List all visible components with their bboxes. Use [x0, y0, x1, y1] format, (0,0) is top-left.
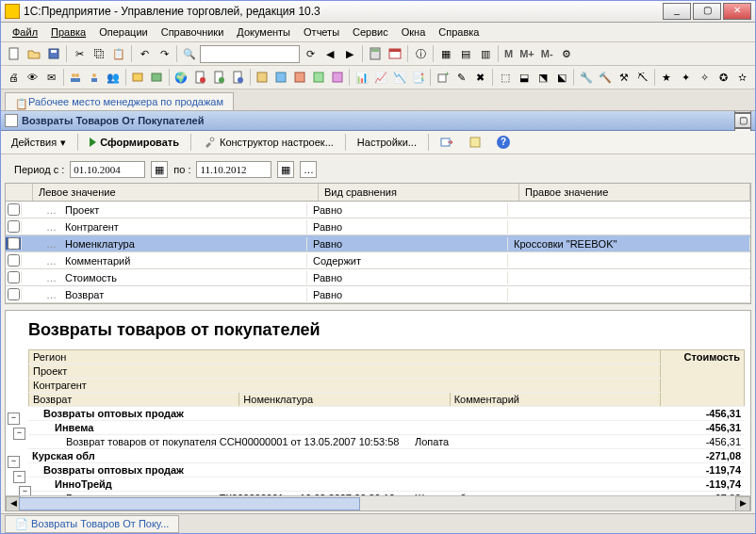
undo-icon[interactable]: ↶: [135, 44, 154, 63]
actions-dropdown[interactable]: Действия ▾: [5, 134, 73, 152]
doc-max-button[interactable]: ▢: [734, 113, 751, 128]
filter-left[interactable]: …Номенклатура: [22, 237, 307, 251]
report-icon-3[interactable]: 📉: [390, 68, 408, 87]
user-icon[interactable]: [86, 68, 104, 87]
filter-right[interactable]: [508, 209, 750, 211]
date-from-picker[interactable]: ▦: [151, 161, 168, 178]
restore-button[interactable]: [462, 133, 488, 152]
maximize-button[interactable]: ▢: [693, 3, 721, 20]
date-to-picker[interactable]: ▦: [277, 161, 294, 178]
menu-windows[interactable]: Окна: [396, 24, 432, 40]
report-row[interactable]: Инвема-456,31: [28, 421, 745, 435]
filter-header-right[interactable]: Правое значение: [519, 184, 750, 201]
report-icon-2[interactable]: 📈: [371, 68, 389, 87]
search-input[interactable]: [200, 45, 300, 63]
filter-right[interactable]: Кроссовки "REEBOK": [508, 237, 750, 251]
extra-icon-5[interactable]: ✫: [733, 68, 751, 87]
filter-checkbox[interactable]: [6, 220, 22, 233]
search-go-icon[interactable]: ⟳: [301, 44, 320, 63]
filter-checkbox[interactable]: [6, 203, 22, 216]
menu-file[interactable]: Файл: [7, 24, 43, 40]
add-icon[interactable]: +: [434, 68, 452, 87]
new-icon[interactable]: [5, 44, 24, 63]
preview-icon[interactable]: 👁: [24, 68, 41, 87]
filter-checkbox[interactable]: [6, 288, 22, 300]
extra-icon-2[interactable]: ✦: [677, 68, 695, 87]
cut-icon[interactable]: ✂: [70, 44, 89, 63]
filter-cmp[interactable]: Равно: [307, 220, 508, 234]
menu-service[interactable]: Сервис: [347, 24, 394, 40]
paste-icon[interactable]: 📋: [109, 44, 128, 63]
report-row[interactable]: Возвраты оптовых продаж-456,31: [28, 407, 745, 421]
form-icon[interactable]: ▤: [456, 44, 475, 63]
tool-icon-4[interactable]: ⛏: [633, 68, 651, 87]
calc-icon[interactable]: [366, 44, 385, 63]
extra-icon-3[interactable]: ✧: [696, 68, 714, 87]
earth-icon[interactable]: 🌍: [173, 68, 190, 87]
action-icon-5[interactable]: [329, 68, 347, 87]
gear-icon[interactable]: ⚙: [557, 44, 576, 63]
m-plus-button[interactable]: M+: [517, 48, 537, 59]
export-button[interactable]: [434, 133, 460, 152]
filter-row[interactable]: …КомментарийСодержит: [6, 252, 750, 269]
search-fwd-icon[interactable]: ▶: [340, 44, 359, 63]
report-row[interactable]: ИнноТрейд-119,74: [28, 477, 745, 492]
filter-right[interactable]: [508, 226, 750, 228]
extra-icon-1[interactable]: ★: [658, 68, 676, 87]
filter-row[interactable]: …ПроектРавно: [6, 202, 750, 218]
action-icon-2[interactable]: [272, 68, 290, 87]
scroll-thumb[interactable]: [19, 497, 360, 510]
report-icon-1[interactable]: 📊: [353, 68, 370, 87]
filter-right[interactable]: [508, 260, 750, 262]
tree-collapse-5[interactable]: −: [19, 486, 31, 495]
action-icon-1[interactable]: [254, 68, 271, 87]
menu-documents[interactable]: Документы: [231, 24, 296, 40]
filter-row[interactable]: …СтоимостьРавно: [6, 269, 750, 286]
yellow-folder-icon[interactable]: [129, 68, 147, 87]
open-icon[interactable]: [25, 44, 43, 63]
report-row[interactable]: Курская обл-271,08: [28, 449, 745, 463]
m-button[interactable]: M: [501, 48, 516, 59]
group-icon[interactable]: 👥: [105, 68, 123, 87]
menu-references[interactable]: Справочники: [156, 24, 230, 40]
filter-checkbox[interactable]: [6, 254, 22, 267]
filter-cmp[interactable]: Содержит: [307, 254, 508, 267]
grid-icon[interactable]: ▦: [436, 44, 455, 63]
filter-left[interactable]: …Комментарий: [22, 254, 307, 267]
filter-left[interactable]: …Контрагент: [22, 220, 307, 234]
tree-collapse-1[interactable]: −: [8, 413, 20, 425]
misc-icon-1[interactable]: ⬚: [496, 68, 514, 87]
m-minus-button[interactable]: M-: [538, 48, 556, 59]
misc-icon-3[interactable]: ⬔: [534, 68, 551, 87]
filter-left[interactable]: …Проект: [22, 203, 307, 217]
report-row[interactable]: Возврат товаров от покупателя ССН0000000…: [28, 435, 745, 449]
filter-cmp[interactable]: Равно: [307, 203, 508, 217]
filter-right[interactable]: [508, 294, 750, 296]
constructor-button[interactable]: Конструктор настроек...: [196, 133, 340, 152]
redo-icon[interactable]: ↷: [155, 44, 173, 63]
extra-icon-4[interactable]: ✪: [715, 68, 732, 87]
bottom-tab-returns[interactable]: 📄 Возвраты Товаров От Поку...: [5, 515, 179, 533]
tool-icon-1[interactable]: 🔧: [577, 68, 595, 87]
report-row[interactable]: Возвраты оптовых продаж-119,74: [28, 463, 745, 477]
minimize-button[interactable]: _: [663, 3, 691, 20]
filter-header-cmp[interactable]: Вид сравнения: [319, 184, 519, 201]
settings-button[interactable]: Настройки...: [351, 134, 423, 151]
menu-reports[interactable]: Отчеты: [298, 24, 345, 40]
menu-edit[interactable]: Правка: [45, 24, 91, 40]
list-icon[interactable]: ▥: [476, 44, 495, 63]
filter-row[interactable]: …ВозвратРавно: [6, 286, 750, 303]
info-icon[interactable]: ⓘ: [411, 44, 430, 63]
date-from-input[interactable]: [70, 161, 145, 178]
search-back-icon[interactable]: ◀: [320, 44, 339, 63]
date-to-input[interactable]: [196, 161, 271, 178]
filter-left[interactable]: …Стоимость: [22, 271, 307, 284]
tree-collapse-2[interactable]: −: [13, 428, 25, 440]
tool-icon-3[interactable]: ⚒: [615, 68, 633, 87]
filter-right[interactable]: [508, 277, 750, 279]
report-scroll[interactable]: Возвраты товаров от покупателей РегионСт…: [6, 311, 750, 495]
filter-checkbox[interactable]: [6, 271, 22, 283]
filter-header-left[interactable]: Левое значение: [33, 184, 319, 201]
close-button[interactable]: ✕: [723, 3, 751, 20]
horizontal-scrollbar[interactable]: ◀ ▶: [6, 495, 750, 510]
